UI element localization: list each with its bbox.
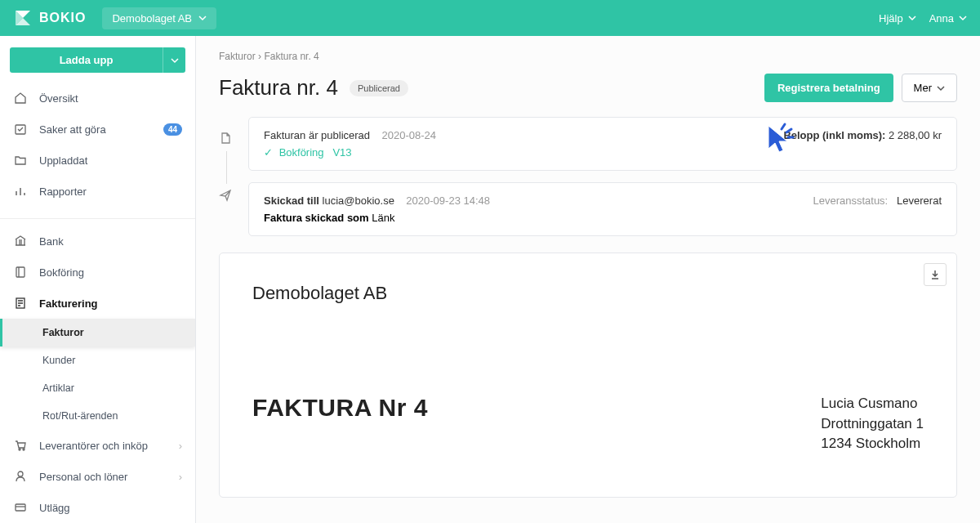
nav-expenses[interactable]: Utlägg xyxy=(0,492,195,523)
chevron-right-icon: › xyxy=(179,440,182,452)
svg-rect-6 xyxy=(16,504,25,511)
nav-sub-articles[interactable]: Artiklar xyxy=(0,374,195,402)
document-icon xyxy=(219,132,234,146)
nav-uploaded[interactable]: Uppladdat xyxy=(0,145,195,176)
invoice-title: FAKTURA Nr 4 xyxy=(252,394,428,454)
published-date: 2020-08-24 xyxy=(382,129,437,141)
download-button[interactable] xyxy=(924,263,947,286)
main-content: Fakturor › Faktura nr. 4 Faktura nr. 4 P… xyxy=(196,36,980,523)
sidebar: Ladda upp Översikt Saker att göra 44 Upp… xyxy=(0,36,196,523)
breadcrumb-parent[interactable]: Fakturor xyxy=(219,51,256,62)
sent-card: Skickad till lucia@bokio.se 2020-09-23 1… xyxy=(248,182,957,236)
topbar: BOKIO Demobolaget AB Hjälp Anna xyxy=(0,0,980,36)
nav-bank[interactable]: Bank xyxy=(0,226,195,257)
cart-icon xyxy=(13,438,28,453)
chevron-down-icon xyxy=(908,14,916,22)
svg-point-5 xyxy=(18,472,23,476)
invoice-preview: Demobolaget AB FAKTURA Nr 4 Lucia Cusman… xyxy=(219,253,957,498)
chevron-down-icon xyxy=(198,14,207,22)
nav-sub-invoices[interactable]: Fakturor xyxy=(0,319,195,346)
published-label: Fakturan är publicerad xyxy=(264,129,370,141)
method-value: Länk xyxy=(372,212,394,224)
upload-dropdown[interactable] xyxy=(163,47,185,73)
status-badge: Publicerad xyxy=(350,80,408,96)
nav-suppliers[interactable]: Leverantörer och inköp › xyxy=(0,430,195,461)
bookkeeping-ref-link[interactable]: V13 xyxy=(332,146,351,159)
bank-icon xyxy=(13,234,28,248)
published-card: Fakturan är publicerad 2020-08-24 Belopp… xyxy=(248,117,957,171)
svg-rect-1 xyxy=(16,267,24,277)
sent-datetime: 2020-09-23 14:48 xyxy=(406,194,490,207)
method-label: Faktura skickad som xyxy=(264,212,369,224)
logo-icon xyxy=(13,8,33,28)
check-icon: ✓ xyxy=(264,146,273,159)
nav-todo[interactable]: Saker att göra 44 xyxy=(0,114,195,145)
brand-logo: BOKIO xyxy=(13,8,86,28)
folder-icon xyxy=(13,153,28,168)
chevron-down-icon xyxy=(171,56,179,65)
amount-label: Belopp (inkl moms): xyxy=(783,129,885,141)
help-menu[interactable]: Hjälp xyxy=(879,12,916,25)
card-icon xyxy=(13,500,28,515)
download-icon xyxy=(929,269,941,280)
chart-icon xyxy=(13,184,28,199)
book-icon xyxy=(13,265,28,279)
brand-text: BOKIO xyxy=(39,11,86,25)
nav-reports[interactable]: Rapporter xyxy=(0,176,195,207)
calendar-check-icon xyxy=(13,122,28,136)
person-icon xyxy=(13,469,28,484)
svg-point-3 xyxy=(19,449,20,450)
send-icon xyxy=(219,189,234,203)
breadcrumb: Fakturor › Faktura nr. 4 xyxy=(219,51,957,62)
home-icon xyxy=(13,91,28,105)
chevron-down-icon xyxy=(937,84,945,92)
nav-overview[interactable]: Översikt xyxy=(0,83,195,114)
nav-sub-customers[interactable]: Kunder xyxy=(0,346,195,374)
invoice-company: Demobolaget AB xyxy=(252,283,924,304)
invoice-icon xyxy=(13,296,28,311)
delivery-label: Leveransstatus: xyxy=(813,194,888,207)
chevron-down-icon xyxy=(959,14,967,22)
company-selector[interactable]: Demobolaget AB xyxy=(102,7,216,29)
invoice-customer: Lucia Cusmano Drottninggatan 1 1234 Stoc… xyxy=(821,394,924,454)
delivery-value: Levererat xyxy=(897,194,942,207)
svg-point-4 xyxy=(23,449,24,450)
nav-invoicing[interactable]: Fakturering xyxy=(0,288,195,319)
chevron-right-icon: › xyxy=(179,471,182,483)
bookkeeping-link[interactable]: Bokföring xyxy=(279,146,327,159)
nav-payroll[interactable]: Personal och löner › xyxy=(0,461,195,492)
sent-label: Skickad till xyxy=(264,194,319,207)
page-title: Faktura nr. 4 xyxy=(219,75,338,101)
upload-button[interactable]: Ladda upp xyxy=(10,47,163,73)
nav-bookkeeping[interactable]: Bokföring xyxy=(0,257,195,288)
sent-email: lucia@bokio.se xyxy=(323,194,394,207)
todo-badge: 44 xyxy=(163,123,182,136)
breadcrumb-current: Faktura nr. 4 xyxy=(264,51,318,62)
timeline-rail xyxy=(219,117,234,236)
register-payment-button[interactable]: Registrera betalning xyxy=(764,74,893,102)
more-button[interactable]: Mer xyxy=(902,74,957,102)
amount-value: 2 288,00 kr xyxy=(889,129,942,141)
user-menu[interactable]: Anna xyxy=(929,12,967,25)
nav-sub-rotrut[interactable]: Rot/Rut-ärenden xyxy=(0,402,195,430)
